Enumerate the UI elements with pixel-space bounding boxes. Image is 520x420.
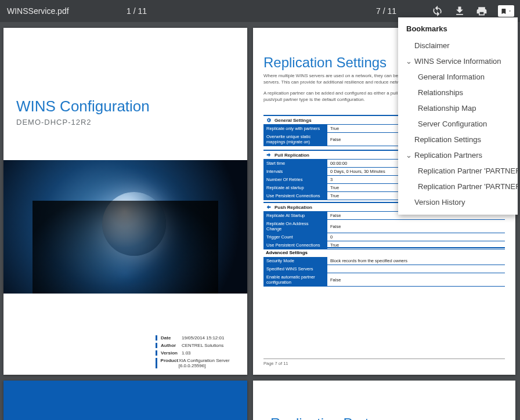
meta-date-value: 19/05/2014 15:12:01 xyxy=(182,335,224,341)
pdf-page-1[interactable]: WINS Configuration DEMO-DHCP-12R2 Date19… xyxy=(3,28,247,375)
table-value: False xyxy=(327,273,505,287)
table-value: False xyxy=(327,220,505,233)
bookmark-item[interactable]: ⌄Replication Partners xyxy=(398,147,518,163)
bookmark-label: WINS Service Information xyxy=(414,57,501,66)
download-icon[interactable] xyxy=(454,5,465,17)
table-value: Block records from the specified owners xyxy=(327,257,505,265)
bookmark-label: Replication Partners xyxy=(414,151,482,160)
table-value: 0 xyxy=(327,233,505,241)
rotate-icon[interactable] xyxy=(432,5,443,17)
bookmark-list: Disclaimer⌄WINS Service InformationGener… xyxy=(398,38,518,210)
table-row: Replicate On Address ChangeFalse xyxy=(263,220,505,233)
bookmark-item[interactable]: Disclaimer xyxy=(398,38,518,53)
page-counter-left: 1 / 11 xyxy=(127,6,147,16)
table-key: Security Mode xyxy=(263,257,327,265)
meta-product-value: XIA Configuration Server [6.0.0.25596] xyxy=(179,358,247,368)
bookmark-label: Relationships xyxy=(418,88,463,97)
table-row: Security ModeBlock records from the spec… xyxy=(263,257,505,265)
settings-section-icon xyxy=(266,117,272,123)
table-key: Use Persistent Connections xyxy=(263,192,327,200)
bookmark-item[interactable]: Relationships xyxy=(398,85,518,100)
table-key: Replicate On Address Change xyxy=(263,220,327,233)
table-row: Enable automatic partner configurationFa… xyxy=(263,273,505,287)
document-filename: WINSService.pdf xyxy=(0,6,69,16)
bookmark-item[interactable]: Replication Partner 'PARTNER1' xyxy=(398,163,518,179)
meta-version-label: Version xyxy=(161,350,182,356)
bookmark-label: Version History xyxy=(414,198,465,207)
chevron-down-icon: ⌄ xyxy=(405,57,412,66)
bookmark-item[interactable]: Relationship Map xyxy=(398,100,518,116)
page-footer: Page 7 of 11 xyxy=(263,359,505,366)
bookmark-item[interactable]: Server Configuration xyxy=(398,116,518,132)
table-key: Number Of Retries xyxy=(263,176,327,184)
page-title: WINS Configuration xyxy=(16,97,150,115)
push-section-icon xyxy=(266,204,272,210)
pdf-page-8[interactable]: Replication Partners xyxy=(253,381,515,420)
table-key: Replicate at startup xyxy=(263,184,327,192)
chevron-down-icon: ⌄ xyxy=(405,151,412,160)
table-row: Trigger Count0 xyxy=(263,233,505,241)
toolbar-actions xyxy=(432,5,514,17)
meta-version-value: 1.03 xyxy=(182,350,191,356)
page-subtitle: DEMO-DHCP-12R2 xyxy=(16,118,92,126)
bookmark-label: Server Configuration xyxy=(418,120,487,128)
bookmarks-panel: Bookmarks Disclaimer⌄WINS Service Inform… xyxy=(398,17,518,215)
bookmark-item[interactable]: ⌄WINS Service Information xyxy=(398,53,518,69)
meta-product-label: Product xyxy=(161,358,179,368)
document-metadata: Date19/05/2014 15:12:01 AuthorCENTREL So… xyxy=(156,335,247,371)
meta-date-label: Date xyxy=(161,335,182,341)
section-title: General Settings xyxy=(275,118,312,123)
section-title: Pull Replication xyxy=(275,153,309,158)
table-row: Specified WINS Servers xyxy=(263,265,505,273)
bookmark-label: Disclaimer xyxy=(414,41,450,50)
table-key: Specified WINS Servers xyxy=(263,265,327,273)
pdf-page-2[interactable]: Table of Contents xyxy=(3,381,247,420)
meta-author-label: Author xyxy=(161,343,182,348)
section-title: Advanced Settings xyxy=(263,247,505,257)
bookmark-dropdown-button[interactable] xyxy=(498,5,514,17)
table-key: Intervals xyxy=(263,168,327,176)
table-value xyxy=(327,265,505,273)
bookmark-item[interactable]: Replication Partner 'PARTNER2' xyxy=(398,179,518,194)
table-key: Enable automatic partner configuration xyxy=(263,273,327,287)
table-key: Replicate At Startup xyxy=(263,212,327,220)
meta-author-value: CENTREL Solutions xyxy=(182,343,223,348)
push-replication-table: Replicate At StartupFalseReplicate On Ad… xyxy=(263,212,505,249)
page-heading: Replication Partners xyxy=(270,415,396,420)
bookmark-label: Relationship Map xyxy=(418,104,476,113)
bookmark-item[interactable]: Replication Settings xyxy=(398,132,518,147)
bookmarks-header: Bookmarks xyxy=(398,22,518,38)
cover-image xyxy=(3,160,247,294)
bookmark-label: Replication Settings xyxy=(414,135,481,144)
table-key: Replicate only with partners xyxy=(263,125,327,133)
table-key: Start time xyxy=(263,160,327,168)
table-key: Overwrite unique static mappings (migrat… xyxy=(263,133,327,146)
pull-section-icon xyxy=(266,152,272,158)
bookmark-item[interactable]: Version History xyxy=(398,194,518,210)
page-counter-right: 7 / 11 xyxy=(376,6,396,16)
bookmark-label: Replication Partner 'PARTNER2' xyxy=(418,182,518,191)
bookmark-item[interactable]: General Information xyxy=(398,69,518,85)
print-icon[interactable] xyxy=(476,5,488,17)
advanced-settings-table: Security ModeBlock records from the spec… xyxy=(263,257,505,287)
bookmark-label: Replication Partner 'PARTNER1' xyxy=(418,166,518,175)
hand-graphic xyxy=(32,201,218,294)
table-key: Trigger Count xyxy=(263,233,327,241)
advanced-settings-section: Advanced Settings Security ModeBlock rec… xyxy=(263,247,505,287)
section-title: Push Replication xyxy=(275,205,312,210)
bookmark-label: General Information xyxy=(418,73,485,81)
page-heading: Replication Settings xyxy=(263,55,387,71)
